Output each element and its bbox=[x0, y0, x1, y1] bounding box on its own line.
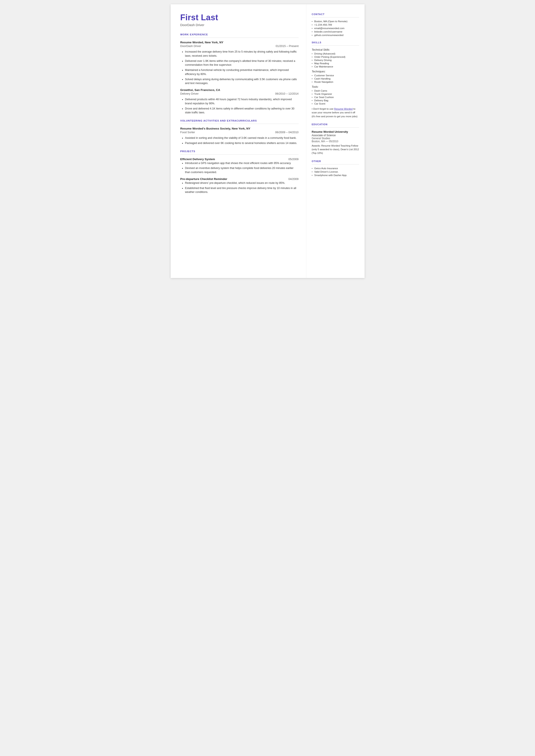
projects-section: PROJECTS Efficient Delivery System 05/20… bbox=[180, 150, 299, 194]
contact-linkedin: linkedin.com/in/username bbox=[312, 30, 359, 33]
contact-email: email@resumeworded.com bbox=[312, 27, 359, 30]
skills-heading: SKILLS bbox=[312, 41, 359, 44]
job-1-bullets: Increased the average delivery time from… bbox=[180, 50, 299, 85]
job-1-bullet-1: Increased the average delivery time from… bbox=[185, 50, 299, 58]
project-2-name: Pre-departure Checklist Reminder bbox=[180, 177, 227, 181]
other-section: OTHER Geico Auto Insurance Valid Driver'… bbox=[312, 160, 359, 177]
projects-divider bbox=[180, 154, 299, 154]
job-2-bullets: Delivered products within 48 hours (agai… bbox=[180, 98, 299, 115]
work-experience-section: WORK EXPERIENCE Resume Worded, New York,… bbox=[180, 33, 299, 115]
job-1: Resume Worded, New York, NY DoorDash Dri… bbox=[180, 41, 299, 85]
volunteer-1-dates: 06/2009 – 04/2010 bbox=[275, 130, 298, 134]
job-1-title-row: Resume Worded, New York, NY bbox=[180, 41, 299, 44]
project-2-date: 04/2009 bbox=[289, 177, 299, 181]
project-2-bullets: Redesigned drivers' pre-departure checkl… bbox=[180, 181, 299, 194]
skill-driving: Driving (Advanced) bbox=[312, 52, 359, 55]
project-1-name: Efficient Delivery System bbox=[180, 157, 215, 161]
skills-section: SKILLS Technical Skills: Driving (Advanc… bbox=[312, 41, 359, 118]
job-1-employer: Resume Worded, New York, NY bbox=[180, 41, 223, 44]
skills-divider bbox=[312, 45, 359, 46]
project-2-bullet-1: Redesigned drivers' pre-departure checkl… bbox=[185, 181, 299, 185]
volunteer-1-bullet-1: Assisted in sorting and checking the via… bbox=[185, 136, 299, 140]
job-1-role-row: DoorDash Driver 01/2015 – Present bbox=[180, 44, 299, 49]
job-2-title-row: Growthsi, San Francisco, CA bbox=[180, 88, 299, 92]
right-column: CONTACT Boston, MA (Open to Remote) +1-2… bbox=[306, 4, 365, 278]
edu-awards: Awards: Resume Worded Teaching Fellow (o… bbox=[312, 144, 359, 155]
technical-skills-label: Technical Skills: bbox=[312, 48, 359, 51]
job-1-bullet-4: Solved delays arising during deliveries … bbox=[185, 77, 299, 86]
tools-label: Tools: bbox=[312, 85, 359, 88]
job-1-bullet-2: Delivered over 1.9K items within the com… bbox=[185, 59, 299, 67]
project-2-title-row: Pre-departure Checklist Reminder 04/2009 bbox=[180, 177, 299, 181]
project-1-date: 05/2009 bbox=[289, 157, 299, 161]
project-2-bullet-2: Established that fluid level and tire pr… bbox=[185, 186, 299, 194]
job-1-dates: 01/2015 – Present bbox=[276, 44, 298, 48]
project-1-title-row: Efficient Delivery System 05/2009 bbox=[180, 157, 299, 161]
edu-school: Resume Worded University bbox=[312, 130, 359, 133]
contact-location: Boston, MA (Open to Remote) bbox=[312, 20, 359, 23]
other-heading: OTHER bbox=[312, 160, 359, 162]
contact-heading: CONTACT bbox=[312, 13, 359, 15]
job-2-role-row: Delivery Driver 06/2010 – 12/2014 bbox=[180, 92, 299, 97]
left-column: First Last DoorDash Driver WORK EXPERIEN… bbox=[171, 4, 306, 278]
skill-car-scent: Car Scent bbox=[312, 102, 359, 105]
edu-location: Boston, MA — 05/2010 bbox=[312, 140, 359, 143]
skill-dash-cams: Dash Cams bbox=[312, 90, 359, 92]
volunteering-heading: VOLUNTEERING ACTIVITIES AND EXTRACURRICU… bbox=[180, 119, 299, 122]
contact-section: CONTACT Boston, MA (Open to Remote) +1-2… bbox=[312, 13, 359, 37]
volunteer-1-employer: Resume Worded's Business Society, New Yo… bbox=[180, 127, 251, 130]
resume-page: First Last DoorDash Driver WORK EXPERIEN… bbox=[171, 4, 365, 278]
volunteer-1-bullets: Assisted in sorting and checking the via… bbox=[180, 136, 299, 145]
skill-delivery-driving: Delivery Driving bbox=[312, 59, 359, 61]
techniques-label: Techniques: bbox=[312, 70, 359, 73]
skill-trunk-organizer: Trunk Organizer bbox=[312, 93, 359, 95]
contact-divider bbox=[312, 17, 359, 17]
edu-field: General Studies bbox=[312, 137, 359, 140]
skill-order-picking: Order Picking (Experienced) bbox=[312, 56, 359, 58]
skill-delivery-bag: Delivery Bag bbox=[312, 99, 359, 102]
other-item-3: Smartphone with Dasher App. bbox=[312, 174, 359, 177]
edu-degree: Associate of Science bbox=[312, 134, 359, 137]
project-1: Efficient Delivery System 05/2009 Introd… bbox=[180, 157, 299, 174]
skill-cash-handling: Cash Handling bbox=[312, 77, 359, 80]
job-1-role: DoorDash Driver bbox=[180, 44, 201, 48]
volunteer-1-title-row: Resume Worded's Business Society, New Yo… bbox=[180, 127, 299, 130]
volunteer-1-role: Food Sorter bbox=[180, 130, 195, 134]
education-section: EDUCATION Resume Worded University Assoc… bbox=[312, 123, 359, 155]
project-1-bullet-2: Devised an inventive delivery system tha… bbox=[185, 166, 299, 174]
job-2-role: Delivery Driver bbox=[180, 92, 199, 95]
job-2-bullet-1: Delivered products within 48 hours (agai… bbox=[185, 98, 299, 106]
title: DoorDash Driver bbox=[180, 23, 299, 27]
resume-worded-link[interactable]: Resume Worded bbox=[334, 107, 353, 110]
work-experience-heading: WORK EXPERIENCE bbox=[180, 33, 299, 36]
skill-customer-service: Customer Service bbox=[312, 74, 359, 77]
volunteer-1-role-row: Food Sorter 06/2009 – 04/2010 bbox=[180, 130, 299, 136]
other-item-2: Valid Driver's License. bbox=[312, 170, 359, 173]
other-item-1: Geico Auto Insurance bbox=[312, 167, 359, 170]
volunteer-1-bullet-2: Packaged and delivered over 6K cooking i… bbox=[185, 141, 299, 145]
skill-car-seat-cushion: Car Seat Cushion bbox=[312, 96, 359, 98]
education-heading: EDUCATION bbox=[312, 123, 359, 126]
project-1-bullets: Introduced a GPS navigation app that sho… bbox=[180, 161, 299, 174]
job-1-bullet-3: Maintained a functional vehicle by condu… bbox=[185, 68, 299, 76]
skill-map-reading: Map Reading bbox=[312, 62, 359, 65]
job-2: Growthsi, San Francisco, CA Delivery Dri… bbox=[180, 88, 299, 115]
job-2-employer: Growthsi, San Francisco, CA bbox=[180, 88, 220, 92]
projects-heading: PROJECTS bbox=[180, 150, 299, 153]
volunteer-1: Resume Worded's Business Society, New Yo… bbox=[180, 127, 299, 145]
contact-phone: +1-234-456-789 bbox=[312, 23, 359, 26]
volunteering-section: VOLUNTEERING ACTIVITIES AND EXTRACURRICU… bbox=[180, 119, 299, 145]
skill-car-maintenance: Car Maintenance bbox=[312, 65, 359, 68]
job-2-bullet-2: Drove and delivered 4.1K items safely in… bbox=[185, 107, 299, 115]
project-2: Pre-departure Checklist Reminder 04/2009… bbox=[180, 177, 299, 194]
contact-github: github.com/resumeworded bbox=[312, 34, 359, 37]
promo-text: • Don't forget to use Resume Worded to s… bbox=[312, 107, 359, 118]
job-2-dates: 06/2010 – 12/2014 bbox=[275, 92, 298, 95]
project-1-bullet-1: Introduced a GPS navigation app that sho… bbox=[185, 161, 299, 165]
skill-route-navigation: Route Navigation bbox=[312, 81, 359, 83]
name: First Last bbox=[180, 13, 299, 22]
